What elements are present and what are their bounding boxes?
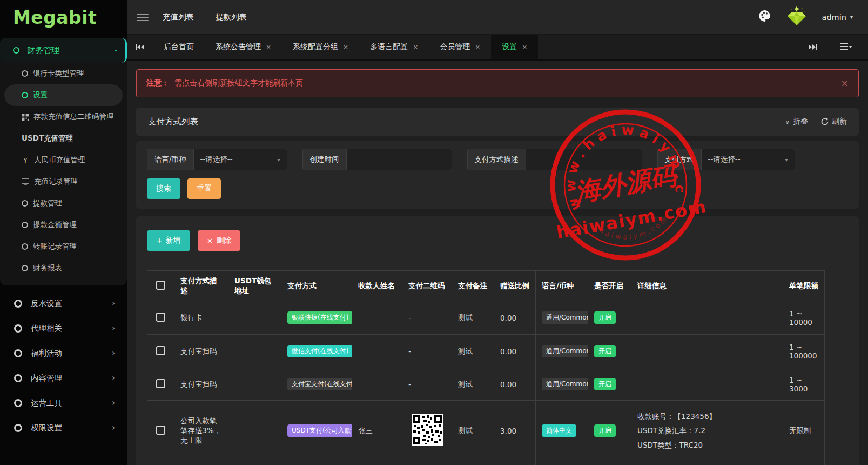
filter-desc-input[interactable]: [533, 155, 635, 164]
method-badge: 银联快捷(在线支付): [287, 311, 352, 324]
ring-icon: [14, 349, 22, 357]
ring-icon: [22, 222, 28, 228]
status-badge[interactable]: 开启: [594, 378, 616, 390]
table-row: 银行卡 银联快捷(在线支付) - 测试 0.00 通用/Common 开启 1 …: [147, 301, 825, 335]
tabs-menu-icon[interactable]: [831, 43, 860, 51]
chevron-right-icon: ›: [112, 373, 115, 383]
username: admin: [822, 13, 846, 22]
menu-toggle-icon[interactable]: [137, 11, 149, 23]
tab-settings[interactable]: 设置 ×: [491, 35, 538, 59]
sidebar-item-rmb-recharge[interactable]: ¥ 人民币充值管理: [0, 149, 127, 171]
close-icon[interactable]: ×: [475, 43, 480, 51]
filter-created-input[interactable]: [353, 155, 445, 164]
top-header: 充值列表 提款列表: [127, 0, 868, 35]
sidebar-item-label: 财务管理: [27, 45, 115, 56]
sidebar-item-recharge-records[interactable]: 充值记录管理: [0, 171, 127, 192]
sidebar-item-welfare[interactable]: 福利活动 ›: [0, 341, 127, 366]
ring-icon: [14, 324, 22, 333]
list-panel-header: 支付方式列表 » 折叠 刷新: [136, 108, 859, 136]
theme-palette-icon[interactable]: [758, 9, 771, 25]
lang-badge: 通用/Common: [542, 345, 588, 357]
caret-down-icon: ▾: [278, 157, 280, 163]
ring-icon: [14, 424, 22, 432]
filter-method-label: 支付方式: [658, 149, 702, 170]
lang-badge: 通用/Common: [542, 378, 588, 390]
collapse-button[interactable]: » 折叠: [786, 117, 808, 127]
nav-withdraw-list[interactable]: 提款列表: [216, 12, 247, 22]
tab-dashboard[interactable]: 后台首页: [153, 35, 205, 59]
status-badge[interactable]: 开启: [594, 345, 616, 357]
row-checkbox[interactable]: [156, 313, 165, 322]
row-checkbox[interactable]: [156, 426, 165, 435]
delete-button[interactable]: × 删除: [198, 230, 241, 251]
chevron-right-icon: ›: [112, 348, 115, 358]
warning-banner: 注意： 需点击右侧刷新按钮文字才能刷新本页 ×: [136, 69, 859, 97]
qr-code-image: [412, 414, 443, 446]
tab-bar: 后台首页 系统公告管理 × 系统配置分组 × 多语言配置 × 会员管理 × 设置…: [127, 35, 868, 61]
sidebar-item-deposit-qrcode[interactable]: 存款充值信息二维码管理: [0, 106, 127, 128]
filter-lang-label: 语言/币种: [147, 149, 194, 170]
chevron-right-icon: ›: [112, 423, 115, 433]
reset-button[interactable]: 重置: [187, 178, 221, 199]
method-badge: 支付宝支付(在线支付): [287, 378, 352, 390]
app-window: Megabit 财务管理 › 银行卡类型管理 设置 存款充值信息二维码: [0, 0, 868, 465]
close-icon[interactable]: ×: [841, 78, 849, 89]
sidebar-item-operation-tools[interactable]: 运营工具 ›: [0, 390, 127, 415]
chevron-right-icon: ›: [112, 398, 115, 408]
finance-menu-group: 财务管理 › 银行卡类型管理 设置 存款充值信息二维码管理 USDT充值管理: [0, 38, 127, 285]
warning-prefix: 注意：: [146, 78, 169, 88]
search-button[interactable]: 搜索: [147, 178, 180, 199]
filter-method-select[interactable]: --请选择-- ▾: [702, 149, 795, 170]
add-button[interactable]: + 新增: [147, 230, 190, 251]
sidebar-item-usdt-recharge[interactable]: USDT充值管理: [0, 128, 127, 149]
method-badge: 微信支付(在线支付): [287, 345, 352, 357]
lang-badge: 简体中文: [542, 424, 576, 437]
sidebar-item-finance-report[interactable]: 财务报表: [0, 257, 127, 279]
close-icon[interactable]: ×: [266, 43, 271, 51]
sidebar-item-permissions[interactable]: 权限设置 ›: [0, 415, 127, 440]
select-all-checkbox[interactable]: [156, 281, 165, 290]
caret-down-icon: ▾: [850, 14, 853, 20]
ring-icon: [22, 200, 28, 207]
sidebar-item-agents[interactable]: 代理相关 ›: [0, 316, 127, 341]
status-badge[interactable]: 开启: [594, 424, 616, 437]
tab-announcement[interactable]: 系统公告管理 ×: [205, 35, 282, 59]
sidebar-item-bankcard-type[interactable]: 银行卡类型管理: [0, 63, 127, 84]
brand-logo: Megabit: [0, 0, 127, 35]
sidebar-item-rebate[interactable]: 反水设置 ›: [0, 291, 127, 316]
refresh-icon: [821, 118, 829, 125]
row-checkbox[interactable]: [156, 346, 165, 355]
caret-down-icon: ▾: [785, 157, 788, 163]
table-row: 公司入款笔笔存送3%，无上限 USDT支付(公司入款) 张三: [147, 401, 825, 461]
ring-icon: [22, 265, 28, 271]
ring-icon: [14, 374, 22, 382]
refresh-button[interactable]: 刷新: [821, 117, 847, 127]
tab-members[interactable]: 会员管理 ×: [429, 35, 491, 59]
sidebar-item-settings[interactable]: 设置: [4, 84, 123, 106]
tabs-scroll-right-icon[interactable]: [800, 44, 826, 50]
payment-methods-table: 支付方式描述 USDT钱包地址 支付方式 收款人姓名 支付二维码 支付备注 赠送…: [147, 270, 825, 465]
sidebar-item-transfer-records[interactable]: 转账记录管理: [0, 236, 127, 257]
filter-created-label: 创建时间: [303, 149, 347, 170]
yen-icon: ¥: [22, 156, 29, 164]
x-icon: ×: [207, 236, 213, 245]
user-menu[interactable]: admin ▾: [822, 13, 853, 22]
nav-recharge-list[interactable]: 充值列表: [163, 12, 194, 22]
sidebar-item-content[interactable]: 内容管理 ›: [0, 366, 127, 390]
sidebar-item-withdraw-mgmt[interactable]: 提款管理: [0, 192, 127, 214]
tab-multilang[interactable]: 多语言配置 ×: [359, 35, 429, 59]
ring-icon: [22, 243, 28, 250]
status-badge[interactable]: 开启: [594, 311, 616, 324]
close-icon[interactable]: ×: [522, 43, 527, 51]
gem-icon[interactable]: [785, 5, 808, 29]
table-panel: + 新增 × 删除 支付方式描述 USD: [136, 216, 859, 465]
tabs-scroll-left-icon[interactable]: [127, 35, 153, 59]
sidebar-item-finance[interactable]: 财务管理 ›: [0, 38, 127, 63]
row-checkbox[interactable]: [156, 379, 165, 388]
close-icon[interactable]: ×: [343, 43, 348, 51]
ring-icon: [14, 399, 22, 407]
tab-config-group[interactable]: 系统配置分组 ×: [282, 35, 359, 59]
sidebar-item-withdraw-amount[interactable]: 提款金额管理: [0, 214, 127, 236]
filter-lang-select[interactable]: --请选择-- ▾: [194, 149, 287, 170]
close-icon[interactable]: ×: [413, 43, 418, 51]
